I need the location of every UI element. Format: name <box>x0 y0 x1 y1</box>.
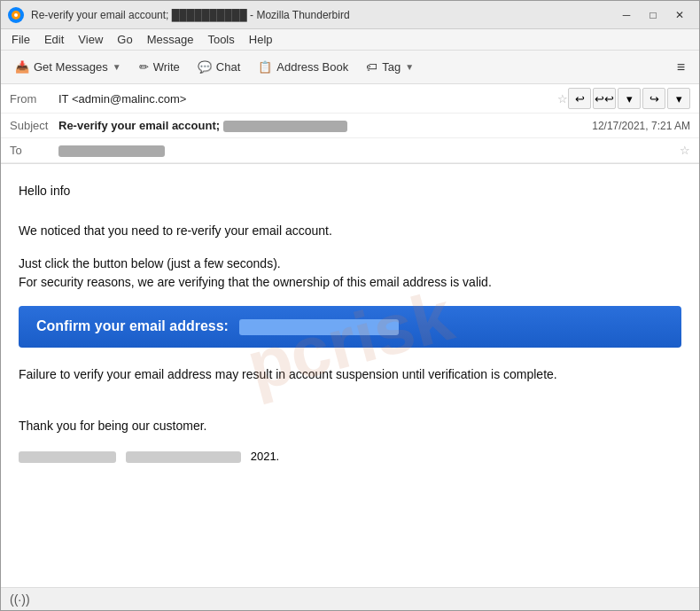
from-star-icon[interactable]: ☆ <box>557 92 568 106</box>
menu-edit[interactable]: Edit <box>37 31 71 48</box>
toolbar-menu-button[interactable]: ≡ <box>670 56 692 79</box>
menu-go[interactable]: Go <box>110 31 139 48</box>
write-label: Write <box>153 60 180 74</box>
subject-label: Subject <box>10 119 58 132</box>
menu-file[interactable]: File <box>4 31 37 48</box>
email-paragraph1: We noticed that you need to re-verify yo… <box>19 222 681 240</box>
menubar: File Edit View Go Message Tools Help <box>1 29 699 51</box>
close-button[interactable]: ✕ <box>667 5 692 25</box>
email-paragraph2-line1: Just click the button below (just a few … <box>19 256 281 270</box>
to-value <box>58 144 674 157</box>
chat-icon: 💬 <box>198 60 212 74</box>
address-book-label: Address Book <box>276 60 348 74</box>
sig-redacted-2 <box>126 451 241 463</box>
confirm-button-text: Confirm your email address: <box>36 318 229 333</box>
tag-button[interactable]: 🏷 Tag ▼ <box>359 57 421 77</box>
connection-icon: ((·)) <box>10 592 30 607</box>
toolbar: 📥 Get Messages ▼ ✏ Write 💬 Chat 📋 Addres… <box>1 51 699 84</box>
email-paragraph2: Just click the button below (just a few … <box>19 255 681 292</box>
menu-message[interactable]: Message <box>140 31 201 48</box>
get-messages-button[interactable]: 📥 Get Messages ▼ <box>8 57 128 77</box>
window-title: Re-verify your email account; ██████████… <box>31 9 614 21</box>
subject-value: Re-verify your email account; <box>58 119 585 132</box>
to-redacted <box>58 145 165 157</box>
more-button[interactable]: ▾ <box>667 88 690 109</box>
app-icon <box>8 7 24 23</box>
get-messages-dropdown-icon[interactable]: ▼ <box>113 62 121 72</box>
maximize-button[interactable]: □ <box>641 5 665 25</box>
window-controls: ─ □ ✕ <box>614 5 692 25</box>
email-content-area: pcrisk Hello info We noticed that you ne… <box>1 164 699 587</box>
minimize-button[interactable]: ─ <box>614 5 639 25</box>
chat-button[interactable]: 💬 Chat <box>191 57 247 77</box>
nav-down-button[interactable]: ▾ <box>618 88 641 109</box>
chat-label: Chat <box>216 60 240 74</box>
tag-label: Tag <box>382 60 401 74</box>
reply-button[interactable]: ↩ <box>568 88 591 109</box>
get-messages-icon: 📥 <box>15 60 29 74</box>
menu-help[interactable]: Help <box>242 31 280 48</box>
status-bar: ((·)) <box>1 587 699 610</box>
to-star-icon[interactable]: ☆ <box>680 144 690 157</box>
signature-year: 2021. <box>251 450 280 463</box>
address-book-button[interactable]: 📋 Address Book <box>251 57 355 77</box>
email-signature: 2021. <box>19 450 681 463</box>
from-value: IT <admin@malinc.com> <box>58 92 552 106</box>
email-paragraph2-line2: For security reasons, we are verifying t… <box>19 275 492 289</box>
subject-row: Subject Re-verify your email account; 12… <box>1 114 699 138</box>
to-label: To <box>10 144 58 157</box>
email-body: pcrisk Hello info We noticed that you ne… <box>1 164 699 519</box>
from-row: From IT <admin@malinc.com> ☆ ↩ ↩↩ ▾ ↪ ▾ <box>1 84 699 114</box>
from-label: From <box>10 92 58 106</box>
write-button[interactable]: ✏ Write <box>132 57 187 77</box>
tag-icon: 🏷 <box>366 60 377 74</box>
nav-buttons: ↩ ↩↩ ▾ ↪ ▾ <box>568 88 690 109</box>
forward-button[interactable]: ↪ <box>642 88 665 109</box>
confirm-email-button[interactable]: Confirm your email address: <box>19 306 681 348</box>
reply-all-button[interactable]: ↩↩ <box>593 88 616 109</box>
sig-redacted-1 <box>19 451 116 463</box>
confirm-button-email-redacted <box>239 319 399 335</box>
tag-dropdown-icon[interactable]: ▼ <box>405 62 414 72</box>
email-thank-you: Thank you for being our customer. <box>19 398 681 435</box>
email-warning: Failure to verify your email address may… <box>19 365 681 384</box>
address-book-icon: 📋 <box>258 60 272 74</box>
svg-point-2 <box>14 13 18 17</box>
write-icon: ✏ <box>139 60 149 74</box>
subject-redacted <box>223 121 347 132</box>
titlebar: Re-verify your email account; ██████████… <box>1 1 699 29</box>
menu-view[interactable]: View <box>71 31 110 48</box>
email-greeting: Hello info <box>19 182 681 200</box>
main-window: Re-verify your email account; ██████████… <box>0 0 700 611</box>
email-timestamp: 12/17/2021, 7:21 AM <box>592 120 690 132</box>
menu-tools[interactable]: Tools <box>200 31 241 48</box>
get-messages-label: Get Messages <box>34 60 108 74</box>
email-header: From IT <admin@malinc.com> ☆ ↩ ↩↩ ▾ ↪ ▾ … <box>1 84 699 164</box>
to-row: To ☆ <box>1 138 699 163</box>
